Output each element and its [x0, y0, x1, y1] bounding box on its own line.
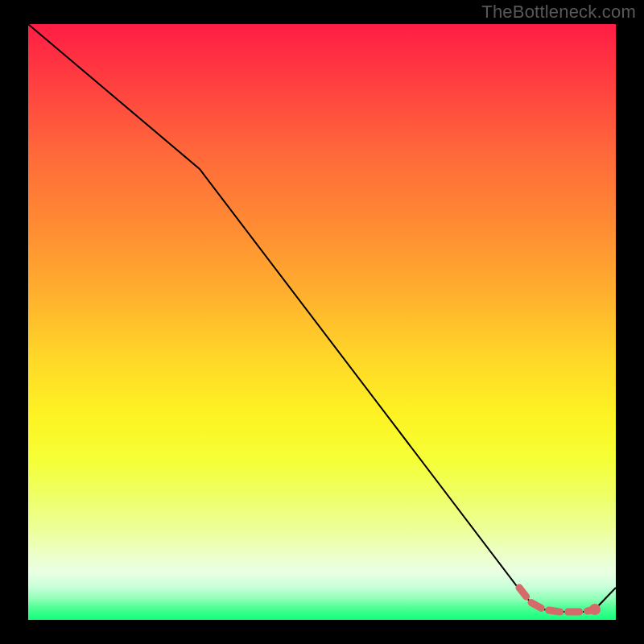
highlight-overlay: [519, 588, 595, 612]
chart-svg: [28, 24, 616, 620]
chart-frame: TheBottleneck.com: [0, 0, 644, 644]
main-curve: [28, 24, 616, 612]
plot-area: [28, 24, 616, 620]
attribution-text: TheBottleneck.com: [481, 2, 636, 23]
highlight-end-dot: [589, 604, 601, 615]
